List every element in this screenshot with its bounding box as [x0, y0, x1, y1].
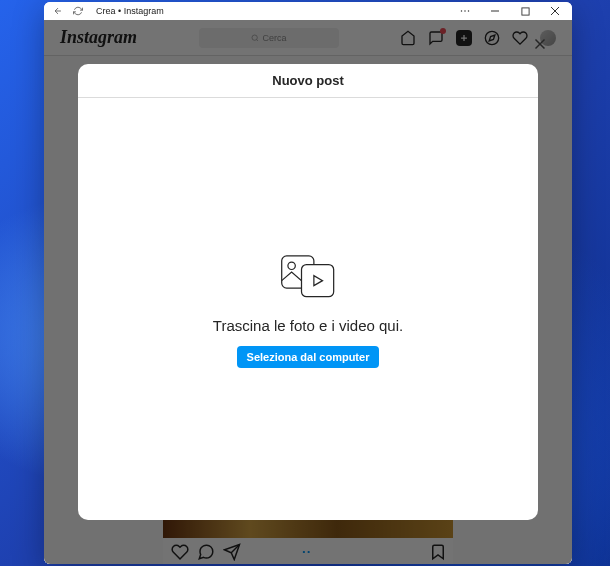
select-from-computer-button[interactable]: Seleziona dal computer — [237, 346, 380, 368]
back-button[interactable] — [52, 5, 64, 17]
close-window-button[interactable] — [540, 2, 570, 20]
close-modal-button[interactable] — [528, 32, 552, 56]
svg-point-1 — [464, 10, 466, 12]
svg-rect-17 — [302, 264, 334, 296]
new-post-modal: Nuovo post Trascina le foto e i video qu… — [78, 64, 538, 520]
svg-point-2 — [468, 10, 470, 12]
window-title: Crea • Instagram — [96, 6, 164, 16]
close-icon — [531, 35, 549, 53]
svg-point-16 — [288, 262, 295, 269]
drag-instruction-text: Trascina le foto e i video qui. — [213, 317, 403, 334]
modal-title: Nuovo post — [272, 73, 344, 88]
maximize-button[interactable] — [510, 2, 540, 20]
modal-body[interactable]: Trascina le foto e i video qui. Selezion… — [78, 98, 538, 520]
minimize-button[interactable] — [480, 2, 510, 20]
more-button[interactable] — [450, 2, 480, 20]
refresh-button[interactable] — [72, 5, 84, 17]
svg-rect-4 — [521, 7, 528, 14]
media-upload-icon — [278, 251, 338, 305]
svg-point-0 — [461, 10, 463, 12]
window-title-bar: Crea • Instagram — [44, 2, 572, 20]
app-content: Instagram Cerca — [44, 20, 572, 564]
modal-overlay[interactable]: Nuovo post Trascina le foto e i video qu… — [44, 20, 572, 564]
app-window: Crea • Instagram Instagram Cerca — [44, 2, 572, 564]
modal-header: Nuovo post — [78, 64, 538, 98]
